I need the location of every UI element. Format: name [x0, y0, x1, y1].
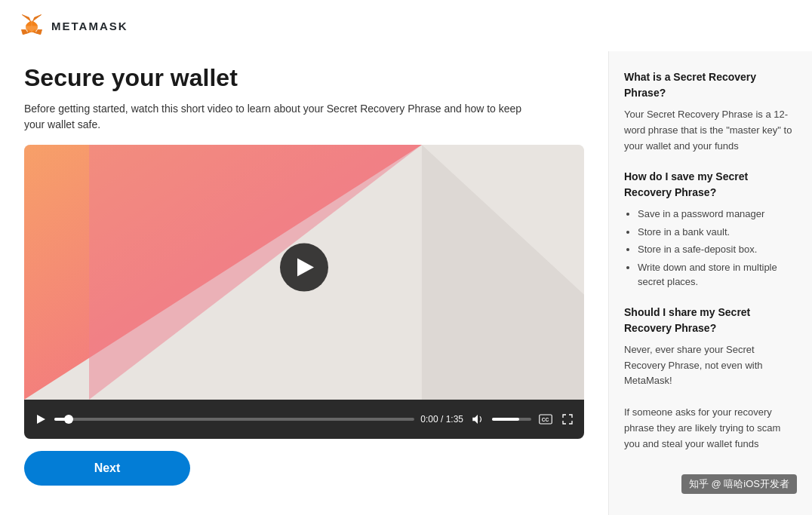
svg-marker-13 — [37, 415, 45, 424]
faq-body-what-is: Your Secret Recovery Phrase is a 12-word… — [624, 107, 797, 154]
play-button[interactable] — [280, 244, 328, 292]
volume-button[interactable] — [469, 411, 486, 428]
svg-marker-3 — [22, 29, 28, 34]
play-icon — [297, 259, 314, 277]
main-layout: Secure your wallet Before getting starte… — [0, 51, 812, 515]
video-thumbnail — [24, 145, 584, 400]
list-item: Store in a safe-deposit box. — [638, 242, 797, 257]
svg-marker-0 — [33, 15, 42, 21]
total-time: 1:35 — [446, 414, 463, 425]
volume-bar[interactable] — [492, 418, 531, 421]
faq-section-should-share: Should I share my Secret Recovery Phrase… — [624, 305, 797, 452]
faq-heading-should-share: Should I share my Secret Recovery Phrase… — [624, 305, 797, 336]
next-button[interactable]: Next — [24, 451, 190, 486]
volume-icon — [471, 412, 484, 426]
video-time: 0:00 / 1:35 — [420, 414, 463, 425]
faq-body-should-share: Never, ever share your Secret Recovery P… — [624, 342, 797, 452]
captions-icon: CC — [539, 414, 552, 425]
captions-button[interactable]: CC — [537, 412, 554, 426]
left-content: Secure your wallet Before getting starte… — [0, 51, 608, 515]
page-description: Before getting started, watch this short… — [24, 101, 537, 133]
fullscreen-icon — [561, 413, 574, 425]
page-title: Secure your wallet — [24, 63, 584, 92]
svg-marker-1 — [22, 15, 30, 21]
faq-list-how-to-save: Save in a password manager Store in a ba… — [624, 207, 797, 290]
progress-dot — [64, 415, 73, 424]
video-progress-bar[interactable] — [54, 418, 414, 421]
play-pause-button[interactable] — [33, 412, 48, 427]
list-item: Store in a bank vault. — [638, 225, 797, 240]
header: METAMASK — [0, 0, 812, 51]
faq-heading-what-is: What is a Secret Recovery Phrase? — [624, 69, 797, 101]
volume-fill — [492, 418, 519, 421]
faq-section-how-to-save: How do I save my Secret Recovery Phrase?… — [624, 169, 797, 290]
logo-text: METAMASK — [51, 20, 128, 32]
svg-marker-2 — [35, 29, 42, 34]
fullscreen-button[interactable] — [560, 412, 575, 427]
svg-point-8 — [26, 22, 38, 32]
svg-marker-14 — [472, 415, 478, 424]
time-separator: / — [441, 414, 446, 425]
list-item: Write down and store in multiple secret … — [638, 260, 797, 290]
svg-text:CC: CC — [542, 417, 549, 422]
video-player[interactable]: 0:00 / 1:35 — [24, 145, 584, 439]
list-item: Save in a password manager — [638, 207, 797, 222]
current-time: 0:00 — [420, 414, 438, 425]
faq-heading-how-to-save: How do I save my Secret Recovery Phrase? — [624, 169, 797, 201]
play-pause-icon — [35, 413, 47, 425]
video-controls-bar: 0:00 / 1:35 — [24, 400, 584, 439]
metamask-logo-icon — [18, 12, 45, 39]
right-panel: What is a Secret Recovery Phrase? Your S… — [608, 51, 812, 515]
faq-section-what-is: What is a Secret Recovery Phrase? Your S… — [624, 69, 797, 154]
